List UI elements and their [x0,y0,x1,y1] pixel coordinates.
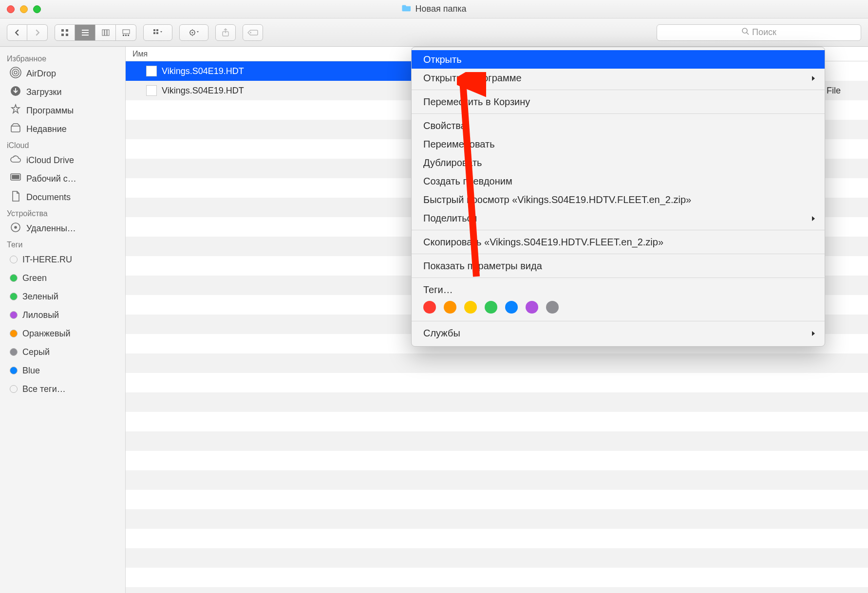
back-button[interactable] [7,24,27,41]
share-button[interactable] [215,24,236,41]
sidebar-item-label: IT-HERE.RU [22,255,72,265]
sidebar-item-label: Недавние [26,124,67,134]
view-columns-button[interactable] [95,24,116,41]
menu-item[interactable]: Службы [412,324,825,342]
sidebar-item[interactable]: AirDrop [0,64,125,83]
sidebar-item-label: Green [22,273,47,283]
tag-color-dot[interactable] [505,301,518,314]
sidebar-item[interactable]: Недавние [0,120,125,138]
sidebar-item-label: Загрузки [26,87,61,97]
menu-item[interactable]: Свойства [412,116,825,135]
column-name-label: Имя [132,50,148,58]
sidebar-item-label: iCloud Drive [26,155,74,166]
tag-color-dot[interactable] [485,301,497,314]
sidebar-item-label: Оранжевый [22,329,71,339]
sidebar-item[interactable]: Все теги… [0,380,125,398]
sidebar-item-label: Зеленый [22,292,58,302]
window-zoom-button[interactable] [33,5,41,13]
svg-rect-16 [153,32,155,34]
tag-dot-icon [10,330,18,337]
sidebar: ИзбранноеAirDropЗагрузкиПрограммыНедавни… [0,47,126,593]
sidebar-section-header: Теги [0,238,125,250]
svg-point-21 [250,32,251,33]
context-menu: ОткрытьОткрыть в программеПереместить в … [411,47,825,347]
view-list-button[interactable] [75,24,95,41]
sidebar-section-header: iCloud [0,138,125,151]
sidebar-item-label: Все теги… [22,384,66,394]
sidebar-item-label: Blue [22,366,40,376]
search-icon [741,27,749,37]
sidebar-item[interactable]: Лиловый [0,306,125,324]
tag-color-dot[interactable] [526,301,538,314]
svg-rect-10 [123,30,130,34]
search-field[interactable]: Поиск [657,24,861,41]
sidebar-item-label: AirDrop [26,69,56,79]
airdrop-icon [10,67,21,81]
view-gallery-button[interactable] [116,24,136,41]
svg-rect-1 [66,29,68,32]
menu-separator [412,254,825,254]
titlebar: Новая папка [0,0,868,19]
svg-rect-12 [125,35,127,36]
menu-item[interactable]: Открыть [412,50,825,69]
menu-item[interactable]: Скопировать «Vikings.S04E19.HDTV.FLEET.e… [412,233,825,251]
file-icon [146,66,157,76]
sidebar-item[interactable]: Blue [0,361,125,380]
svg-rect-8 [105,30,107,36]
tag-color-dot[interactable] [546,301,559,314]
menu-item[interactable]: Открыть в программе [412,69,825,87]
folder-icon [402,4,412,14]
tag-color-dot[interactable] [444,301,456,314]
window-minimize-button[interactable] [20,5,28,13]
sidebar-item[interactable]: Оранжевый [0,324,125,343]
tag-color-dot[interactable] [464,301,477,314]
sidebar-item-label: Удаленны… [26,223,76,234]
tag-color-dot[interactable] [423,301,436,314]
svg-rect-11 [123,35,124,36]
menu-tag-colors [412,299,825,318]
sidebar-item[interactable]: Documents [0,188,125,206]
menu-item[interactable]: Быстрый просмотр «Vikings.S04E19.HDTV.FL… [412,190,825,209]
sidebar-item-label: Лиловый [22,310,59,320]
view-icons-button[interactable] [55,24,75,41]
arrange-button[interactable] [143,24,172,41]
sidebar-item[interactable]: Программы [0,101,125,120]
sidebar-item[interactable]: Удаленны… [0,219,125,238]
svg-rect-27 [11,126,20,132]
svg-rect-2 [61,34,64,36]
recents-icon [10,122,21,136]
cloud-icon [10,153,21,167]
sidebar-section-header: Устройства [0,206,125,219]
file-name: Vikings.S04E19.HDT [162,66,244,76]
svg-point-31 [15,226,17,228]
menu-item[interactable]: Создать псевдоним [412,172,825,190]
menu-separator [412,113,825,114]
window-title: Новая папка [415,4,467,14]
desktop-icon [10,172,21,186]
action-button[interactable] [179,24,208,41]
sidebar-item-label: Серый [22,347,50,357]
menu-item[interactable]: Переименовать [412,135,825,153]
menu-item[interactable]: Теги… [412,280,825,299]
menu-item[interactable]: Дублировать [412,153,825,172]
menu-item[interactable]: Переместить в Корзину [412,93,825,111]
tag-dot-icon [10,293,18,300]
tags-button[interactable] [243,24,263,41]
svg-point-23 [14,71,17,74]
menu-item[interactable]: Показать параметры вида [412,257,825,275]
sidebar-item[interactable]: Рабочий с… [0,169,125,188]
svg-rect-9 [107,30,109,36]
sidebar-item[interactable]: Зеленый [0,287,125,306]
svg-rect-6 [82,35,89,36]
apps-icon [10,104,21,118]
sidebar-item[interactable]: IT-HERE.RU [0,250,125,269]
file-name: Vikings.S04E19.HDT [162,86,244,96]
search-placeholder: Поиск [752,27,776,37]
forward-button[interactable] [27,24,48,41]
sidebar-item[interactable]: Green [0,269,125,287]
sidebar-item[interactable]: iCloud Drive [0,151,125,169]
menu-item[interactable]: Поделиться [412,209,825,227]
window-close-button[interactable] [7,5,15,13]
sidebar-item[interactable]: Загрузки [0,83,125,101]
sidebar-item[interactable]: Серый [0,343,125,361]
